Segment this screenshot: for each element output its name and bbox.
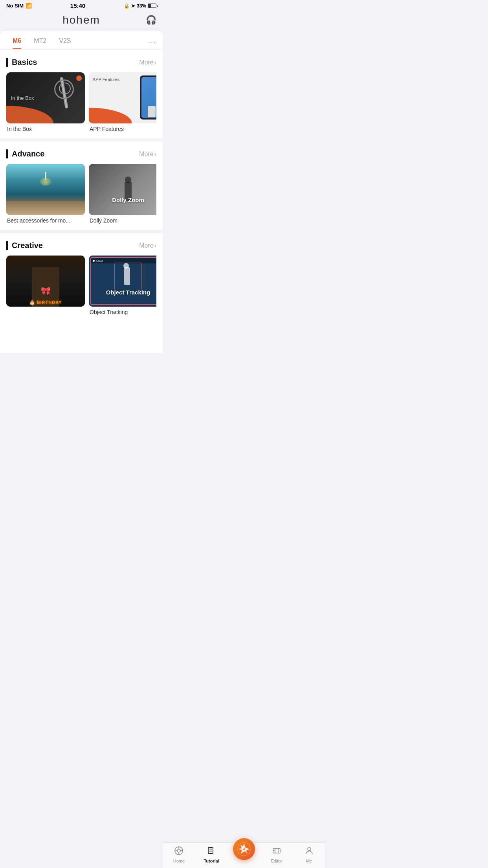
carrier-text: No SIM [6,3,24,9]
chevron-right-icon-3: › [154,242,156,249]
location-icon: ➤ [131,3,135,9]
advance-card-1-label: Best accessories for mo... [6,217,85,224]
status-time: 15:40 [70,2,85,9]
advance-cards-row: Best accessories for mo... Dolly Zoom Do… [6,164,156,227]
basics-cards-row: In the Box In the Box APP Features [6,72,156,135]
creative-thumb-2: OSD Object Tracking [89,256,156,307]
advance-card-dolly-zoom[interactable]: Dolly Zoom Dolly Zoom [89,164,156,224]
section-divider-2 [0,230,163,233]
advance-title: Advance [6,149,44,158]
advance-more-button[interactable]: More › [139,151,156,158]
chevron-right-icon: › [154,59,156,66]
creative-title: Creative [6,241,43,250]
creative-section: Creative More › 🎂 BIRTHDAY 🎀 [0,233,163,322]
app-header: hohem 🎧 [0,11,163,31]
section-divider-1 [0,138,163,142]
top-tab-bar: M6 MT2 V2S ... [0,31,163,50]
dolly-zoom-overlay: Dolly Zoom [112,197,144,203]
status-left: No SIM 📶 [6,3,32,9]
chevron-right-icon-2: › [154,151,156,158]
basics-thumb-2: APP Features [89,72,156,123]
main-content: Basics More › In the Box [0,50,163,353]
advance-thumb-2: Dolly Zoom [89,164,156,215]
app-logo: hohem [62,14,100,26]
basics-more-button[interactable]: More › [139,59,156,66]
creative-thumb-1: 🎂 BIRTHDAY 🎀 [6,256,85,307]
creative-cards-row: 🎂 BIRTHDAY 🎀 OSD [6,256,156,318]
advance-card-accessories[interactable]: Best accessories for mo... [6,164,85,224]
in-the-box-thumb-label: In the Box [11,95,34,101]
basics-title: Basics [6,58,37,67]
support-icon[interactable]: 🎧 [146,15,156,25]
basics-card-2-label: APP Features [89,126,156,132]
basics-card-1-label: In the Box [6,126,85,132]
battery-icon [148,4,156,8]
status-bar: No SIM 📶 15:40 🔒 ➤ 33% [0,0,163,11]
object-tracking-overlay: Object Tracking [106,289,150,296]
tab-v2s[interactable]: V2S [53,32,77,49]
app-features-thumb-label: APP Features [93,77,119,82]
wifi-icon: 📶 [26,3,32,9]
tab-mt2[interactable]: MT2 [28,32,53,49]
advance-card-2-label: Dolly Zoom [89,217,156,224]
advance-section-header: Advance More › [6,149,156,158]
status-right: 🔒 ➤ 33% [124,3,156,9]
basics-card-app-features[interactable]: APP Features APP Features [89,72,156,132]
basics-section-header: Basics More › [6,58,156,67]
lock-icon: 🔒 [124,3,130,9]
tab-m6[interactable]: M6 [6,32,28,49]
advance-thumb-1 [6,164,85,215]
advance-section: Advance More › Best accessories for mo..… [0,142,163,230]
battery-percent: 33% [137,3,146,9]
creative-section-header: Creative More › [6,241,156,250]
creative-card-2-label: Object Tracking [89,309,156,315]
creative-more-button[interactable]: More › [139,242,156,249]
basics-section: Basics More › In the Box [0,50,163,138]
basics-card-in-the-box[interactable]: In the Box In the Box [6,72,85,132]
creative-card-object-tracking[interactable]: OSD Object Tracking Object Tracking [89,256,156,315]
creative-card-birthday[interactable]: 🎂 BIRTHDAY 🎀 [6,256,85,315]
basics-thumb-1: In the Box [6,72,85,123]
tab-more-icon[interactable]: ... [148,31,156,50]
